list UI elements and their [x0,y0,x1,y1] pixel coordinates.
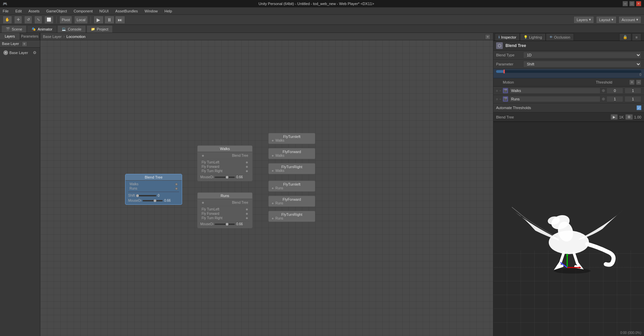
preview-play-button[interactable]: ▶ [610,114,618,120]
tab-occlusion[interactable]: 👁 Occlusion [546,33,574,41]
action-node-flyturnright-walks[interactable]: FlyTurnRight Walks [268,163,315,174]
motion-row-drag-walks[interactable]: ≡ [496,89,498,93]
blend-slider-container: 0 [493,69,644,78]
tab-lighting[interactable]: 💡 Lighting [520,33,546,41]
motion-col-header: Motion [503,80,596,84]
motion-row-drag-runs[interactable]: ≡ [496,97,498,101]
mousedi-slider-walks[interactable] [215,177,235,178]
runs-node[interactable]: Runs Blend Tree Fly TurnLeft Fly Forward… [197,192,253,228]
blend-type-select[interactable]: 1D 2D Simple Directional Direct [523,52,641,58]
step-button[interactable]: ⏭ [115,16,125,24]
blend-slider-handle[interactable] [503,69,505,74]
menu-item-component[interactable]: Component [72,8,94,14]
runs-flyforward-port[interactable] [246,212,248,215]
add-state-button[interactable]: + [485,34,490,40]
close-button[interactable]: ✕ [636,1,641,6]
tab-animator[interactable]: 🎭 Animator [27,25,57,33]
walks-flyturnleft-port[interactable] [246,161,248,164]
parameter-select[interactable]: Shift Speed [523,61,641,67]
action-node-title: FlyTurnRight [271,212,312,217]
pivot-button[interactable]: Pivot [59,16,72,24]
breadcrumb-base-layer[interactable]: Base Layer [43,35,62,39]
menu-item-gameobject[interactable]: GameObject [45,8,68,14]
scale-tool[interactable]: ⤡ [34,16,42,24]
breadcrumb-locomotion[interactable]: Locomotion [66,35,86,39]
lock-inspector-button[interactable]: 🔒 [619,33,631,41]
tab-console[interactable]: 💻 Console [57,25,86,33]
blend-tree-main-node[interactable]: Blend Tree Walks Runs Shift [125,174,182,205]
hand-tool[interactable]: ✋ [3,16,12,24]
runs-threshold[interactable] [606,96,623,102]
action-node-flyturnleft-walks[interactable]: FlyTurnleft Walks [268,133,315,144]
animator-canvas[interactable]: Base Layer > Locomotion + Blend [40,33,493,336]
unity-logo: 🎮 [3,2,7,6]
add-layer-button[interactable]: + [22,41,27,47]
tab-project[interactable]: 📁 Project [87,25,113,33]
action-node-flyforward-runs[interactable]: FlyForward Runs [268,196,315,207]
runs-motion-port[interactable] [602,97,605,101]
preview-header: Blend Tree ▶ 1K ⚙ 1.00 [493,112,644,122]
walks-extra[interactable] [625,88,641,94]
local-button[interactable]: Local [74,16,88,24]
sidebar-item-base-layer[interactable]: ● Base Layer ⚙ [1,49,39,56]
mousedi-slider-main[interactable] [143,200,163,201]
separator-2 [91,16,91,23]
walks-out-port[interactable] [175,183,178,186]
menu-item-assets[interactable]: Assets [27,8,41,14]
inspector-options-button[interactable]: ≡ [632,33,641,41]
tab-scene[interactable]: 🎬 Scene [1,25,26,33]
walks-flyturnright-port[interactable] [246,170,248,173]
walks-node[interactable]: Walks Blend Tree Fly TurnLeft Fly Forwar… [197,145,253,181]
blend-tree-main-title: Blend Tree [125,174,182,181]
add-motion-button[interactable]: + [629,80,635,85]
menu-item-window[interactable]: Window [143,8,159,14]
minimize-button[interactable]: ─ [623,1,628,6]
menu-item-help[interactable]: Help [163,8,173,14]
remove-motion-button[interactable]: − [636,80,641,85]
project-icon: 📁 [91,27,95,31]
sidebar-tab-parameters[interactable]: Parameters [20,33,40,40]
automate-thresholds-checkbox[interactable]: ✓ [637,105,641,110]
sidebar-content: ● Base Layer ⚙ [0,48,40,336]
menu-item-ngui[interactable]: NGUI [98,8,110,14]
walks-node-title: Walks [198,146,252,152]
layer-settings-icon[interactable]: ⚙ [33,50,37,55]
menu-item-assetbundles[interactable]: AssetBundles [114,8,139,14]
menu-item-edit[interactable]: Edit [14,8,23,14]
layout-dropdown[interactable]: Layout ▾ [596,16,616,23]
dragon-preview [493,122,644,336]
sidebar-tab-layers[interactable]: Layers [0,33,20,40]
play-button[interactable]: ▶ [94,16,104,24]
layers-dropdown[interactable]: Layers ▾ [574,16,594,23]
rotate-tool[interactable]: ↺ [24,16,32,24]
walks-threshold[interactable] [606,88,623,94]
blend-slider[interactable] [496,70,641,73]
runs-name-field[interactable] [509,96,600,102]
runs-extra[interactable] [625,96,641,102]
maximize-button[interactable]: □ [629,1,635,6]
menu-item-file[interactable]: File [1,8,10,14]
walks-motion-port[interactable] [602,89,605,92]
action-node-flyturnleft-runs[interactable]: FlyTurnleft Runs [268,181,315,192]
walks-flyforward-port[interactable] [246,165,248,168]
action-node-flyforward-walks[interactable]: FlyForward Walks [268,148,315,159]
parameter-row: Parameter Shift Speed [493,60,644,69]
runs-flyturnright-port[interactable] [246,217,248,220]
tab-inspector[interactable]: ℹ Inspector [495,33,520,41]
preview-options[interactable]: ⚙ [625,114,633,120]
blend-type-label: Blend Type [496,53,523,57]
runs-out-port[interactable] [175,187,178,190]
action-node-flyturnright-runs[interactable]: FlyTurnRight Runs [268,211,315,222]
motion-row-runs: ≡ − 🎬 [493,95,644,103]
pause-button[interactable]: ⏸ [104,16,114,24]
runs-flyturnleft-port[interactable] [246,208,248,211]
shift-slider[interactable] [136,195,156,196]
runs-in-port[interactable] [202,201,204,204]
rect-tool[interactable]: ⬜ [44,16,54,24]
mousedi-slider-runs[interactable] [215,224,235,225]
account-dropdown[interactable]: Account ▾ [619,16,641,23]
walks-name-field[interactable] [509,88,600,94]
walks-in-port[interactable] [202,154,204,157]
connections-svg [40,33,141,83]
move-tool[interactable]: ✛ [14,16,22,24]
